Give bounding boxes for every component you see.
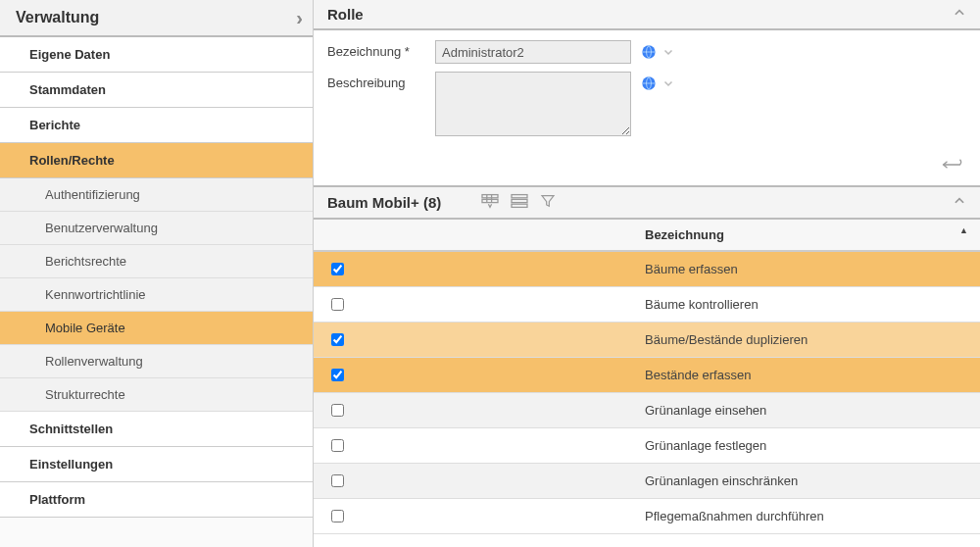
table-row[interactable]: Grünanlage einsehen (314, 393, 980, 428)
sort-asc-icon: ▲ (959, 225, 968, 235)
sidebar-header[interactable]: Verwaltung › (0, 0, 313, 37)
row-label: Grünanlage einsehen (637, 393, 980, 428)
nav-item-einstellungen[interactable]: Einstellungen (0, 447, 313, 482)
svg-rect-6 (512, 195, 527, 198)
rows-icon[interactable] (510, 193, 529, 212)
svg-rect-8 (512, 204, 527, 207)
nav-item-eigene-daten[interactable]: Eigene Daten (0, 37, 313, 73)
row-checkbox[interactable] (331, 439, 344, 452)
role-panel-title: Rolle (327, 6, 364, 23)
row-checkbox[interactable] (331, 369, 344, 381)
col-bezeichnung-label: Bezeichnung (645, 227, 724, 242)
form-row-desc: Beschreibung (327, 72, 966, 139)
name-label: Bezeichnung * (327, 40, 435, 59)
table-row[interactable]: Bäume erfassen (314, 251, 980, 287)
nav-item-rollen-rechte[interactable]: Rollen/Rechte (0, 143, 313, 178)
permissions-panel-title: Baum Mobil+ (8) (327, 194, 441, 211)
table-row[interactable]: Bestände erfassen (314, 358, 980, 393)
svg-rect-2 (482, 195, 498, 198)
table-row[interactable]: Bäume/Bestände duplizieren (314, 323, 980, 358)
col-bezeichnung[interactable]: Bezeichnung ▲ (637, 220, 980, 251)
sidebar-title: Verwaltung (16, 9, 99, 26)
nav-item-stammdaten[interactable]: Stammdaten (0, 73, 313, 108)
chevron-right-icon: › (296, 8, 303, 27)
nav-item-plattform[interactable]: Plattform (0, 482, 313, 518)
form-row-name: Bezeichnung * (327, 40, 966, 64)
row-label: Grünanlagen einschränken (637, 464, 980, 499)
permissions-panel-header[interactable]: Baum Mobil+ (8) (314, 187, 980, 220)
globe-icon[interactable] (641, 75, 657, 94)
svg-rect-7 (512, 199, 527, 202)
chevron-down-icon[interactable] (662, 77, 674, 92)
filter-icon[interactable] (539, 193, 557, 212)
nav-sub-benutzerverwaltung[interactable]: Benutzerverwaltung (0, 212, 313, 245)
row-checkbox[interactable] (331, 510, 344, 522)
nav-item-berichte[interactable]: Berichte (0, 108, 313, 143)
row-checkbox[interactable] (331, 474, 344, 487)
row-label: Bäume kontrollieren (637, 287, 980, 323)
row-checkbox[interactable] (331, 333, 344, 346)
table-row[interactable]: Pflegemaßnahmen durchführen (314, 499, 980, 534)
main: Rolle Bezeichnung * (314, 0, 980, 547)
nav-list: Eigene DatenStammdatenBerichteRollen/Rec… (0, 37, 313, 518)
columns-icon[interactable] (480, 193, 500, 212)
sidebar: Verwaltung › Eigene DatenStammdatenBeric… (0, 0, 314, 547)
row-label: Grünanlage festlegen (637, 428, 980, 464)
row-label: Bestände erfassen (637, 358, 980, 393)
return-icon[interactable] (941, 157, 966, 175)
toolbar-return (314, 151, 980, 187)
nav-sub-berichtsrechte[interactable]: Berichtsrechte (0, 245, 313, 278)
svg-rect-3 (482, 199, 498, 202)
nav-sub-strukturrechte[interactable]: Strukturrechte (0, 378, 313, 412)
role-panel-header[interactable]: Rolle (314, 0, 980, 30)
chevron-down-icon[interactable] (662, 46, 674, 61)
row-checkbox[interactable] (331, 298, 344, 311)
chevron-up-icon (953, 194, 966, 211)
nav-sub-rollenverwaltung[interactable]: Rollenverwaltung (0, 345, 313, 378)
row-checkbox[interactable] (331, 404, 344, 417)
globe-icon[interactable] (641, 44, 657, 63)
table-row[interactable]: Grünanlage festlegen (314, 428, 980, 464)
row-checkbox[interactable] (331, 263, 344, 275)
name-input[interactable] (435, 40, 631, 64)
nav-sub-mobile-ger-te[interactable]: Mobile Geräte (0, 312, 313, 345)
nav-item-schnittstellen[interactable]: Schnittstellen (0, 412, 313, 447)
desc-label: Beschreibung (327, 72, 435, 90)
row-label: Bäume/Bestände duplizieren (637, 323, 980, 358)
col-checkbox (314, 220, 637, 251)
row-label: Pflegemaßnahmen durchführen (637, 499, 980, 534)
nav-sub-authentifizierung[interactable]: Authentifizierung (0, 178, 313, 212)
table-row[interactable]: Bäume kontrollieren (314, 287, 980, 323)
role-form: Bezeichnung * Beschreibung (314, 30, 980, 151)
nav-sub-kennwortrichtlinie[interactable]: Kennwortrichtlinie (0, 278, 313, 312)
desc-textarea[interactable] (435, 72, 631, 136)
permissions-grid: Bezeichnung ▲ Bäume erfassenBäume kontro… (314, 220, 980, 534)
chevron-up-icon (953, 6, 966, 23)
table-row[interactable]: Grünanlagen einschränken (314, 464, 980, 499)
row-label: Bäume erfassen (637, 251, 980, 287)
